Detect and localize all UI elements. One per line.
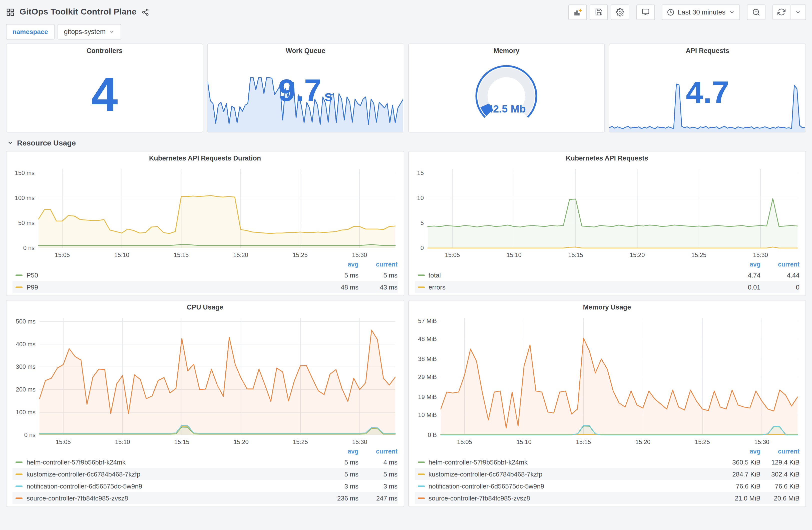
chevron-down-icon [729,9,735,15]
memory-gauge-value: 42.5 Mb [408,103,605,115]
time-range-picker[interactable]: Last 30 minutes [662,4,740,20]
add-panel-button[interactable] [568,4,586,20]
monitor-icon [641,8,650,16]
series-current: 4.44 [760,271,799,279]
variable-label: namespace [6,24,55,40]
series-label[interactable]: source-controller-7fb84fc985-zvsz8 [429,494,722,502]
svg-text:15:15: 15:15 [576,439,591,445]
legend-sort-current[interactable]: current [359,448,397,455]
series-label[interactable]: helm-controller-57f9b56bbf-k24mk [429,458,722,466]
chevron-down-icon [7,139,14,146]
cpu-chart[interactable]: 15:0515:1015:1515:2015:2515:300 ns100 ms… [11,312,399,447]
panel-title[interactable]: Memory [408,44,605,56]
chevron-down-icon [109,29,115,34]
panel-title[interactable]: Kubernetes API Requests Duration [11,151,400,163]
controllers-value: 4 [91,71,118,118]
legend: avg current P50 5 ms 5 ms P99 48 ms 43 m… [11,260,400,293]
svg-text:57 MiB: 57 MiB [418,318,436,324]
svg-text:15:30: 15:30 [753,251,768,258]
duration-chart[interactable]: 15:0515:1015:1515:2015:2515:300 ns50 ms1… [11,163,399,260]
series-color-swatch [15,497,23,499]
legend-sort-current[interactable]: current [359,261,397,268]
stat-row: Controllers 4 Work Queue 9.7s Memory 42.… [0,44,812,132]
svg-text:15:30: 15:30 [352,439,367,445]
series-color-swatch [418,286,424,288]
series-current: 5 ms [359,271,397,279]
zoom-out-button[interactable] [747,4,766,20]
svg-text:15:20: 15:20 [233,251,248,258]
svg-text:15:25: 15:25 [691,251,706,258]
series-label[interactable]: kustomize-controller-6c6784b468-7kzfp [429,470,722,478]
save-icon [595,8,603,16]
legend-row: kustomize-controller-6c6784b468-7kzfp 5 … [13,468,397,480]
dashboard-settings-button[interactable] [611,4,629,20]
series-label[interactable]: P50 [27,271,319,279]
gear-icon [615,8,624,16]
work-queue-value: 9.7 [278,73,321,107]
series-label[interactable]: kustomize-controller-6c6784b468-7kzfp [27,470,319,478]
panel-title[interactable]: Memory Usage [412,300,801,312]
series-avg: 236 ms [319,494,359,502]
row-resource-usage[interactable]: Resource Usage [0,132,812,151]
legend-sort-avg[interactable]: avg [722,448,760,455]
series-label[interactable]: P99 [27,283,319,291]
series-label[interactable]: notification-controller-6d56575dc-5w9n9 [27,482,319,490]
series-avg: 76.6 KiB [722,482,760,490]
series-color-swatch [418,473,424,475]
series-avg: 5 ms [319,271,359,279]
requests-chart[interactable]: 15:0515:1015:1515:2015:2515:30051015 [412,163,801,260]
svg-text:15: 15 [417,170,423,176]
panel-cpu-usage: CPU Usage 15:0515:1015:1515:2015:2515:30… [6,300,404,507]
legend-sort-current[interactable]: current [760,261,799,268]
svg-text:15:15: 15:15 [174,439,189,445]
svg-text:15:05: 15:05 [457,439,472,445]
save-dashboard-button[interactable] [590,4,608,20]
svg-text:0: 0 [420,245,423,251]
panel-work-queue: Work Queue 9.7s [207,44,404,132]
series-avg: 21.0 MiB [722,494,760,502]
legend-sort-avg[interactable]: avg [722,261,760,268]
svg-text:200 ms: 200 ms [16,386,35,393]
time-range-label: Last 30 minutes [678,8,725,16]
series-label[interactable]: source-controller-7fb84fc985-zvsz8 [27,494,319,502]
series-label[interactable]: total [429,271,722,279]
svg-text:0 B: 0 B [427,431,436,438]
legend-row: errors 0.01 0 [415,281,799,293]
refresh-button[interactable] [772,4,791,20]
svg-text:15:20: 15:20 [635,439,650,445]
panel-title[interactable]: Work Queue [208,44,404,56]
api-requests-value: 4.7 [686,75,729,109]
series-current: 0 [760,283,799,291]
svg-text:15:05: 15:05 [55,251,70,258]
series-color-swatch [15,274,23,276]
svg-text:15:10: 15:10 [114,251,129,258]
namespace-select[interactable]: gitops-system [58,24,121,40]
chevron-down-icon [795,9,801,15]
panel-memory: Memory 42.5 Mb [408,44,605,132]
share-icon[interactable] [142,8,149,16]
legend-sort-current[interactable]: current [760,448,799,455]
panel-title[interactable]: Controllers [6,44,203,56]
memory-chart[interactable]: 15:0515:1015:1515:2015:2515:300 B10 MiB1… [412,312,801,447]
series-color-swatch [418,274,424,276]
series-label[interactable]: errors [429,283,722,291]
grafana-dashboard: GitOps Toolkit Control Plane [0,0,812,530]
panel-title[interactable]: API Requests [610,44,806,56]
series-label[interactable]: notification-controller-6d56575dc-5w9n9 [429,482,722,490]
panel-title[interactable]: CPU Usage [11,300,400,312]
dashboard-grid-icon [6,8,15,16]
cycle-view-button[interactable] [636,4,655,20]
svg-text:15:25: 15:25 [293,439,308,445]
series-color-swatch [418,497,424,499]
series-label[interactable]: helm-controller-57f9b56bbf-k24mk [27,458,319,466]
series-color-swatch [15,473,23,475]
legend: avg current helm-controller-57f9b56bbf-k… [412,447,801,504]
panel-title[interactable]: Kubernetes API Requests [412,151,801,163]
refresh-interval-dropdown[interactable] [791,4,806,20]
legend-row: P50 5 ms 5 ms [13,269,397,281]
page-title: GitOps Toolkit Control Plane [19,7,136,17]
dashboard-toolbar: Last 30 minutes [568,4,806,20]
legend-sort-avg[interactable]: avg [319,448,359,455]
legend-sort-avg[interactable]: avg [319,261,359,268]
svg-text:0 ns: 0 ns [24,431,35,438]
